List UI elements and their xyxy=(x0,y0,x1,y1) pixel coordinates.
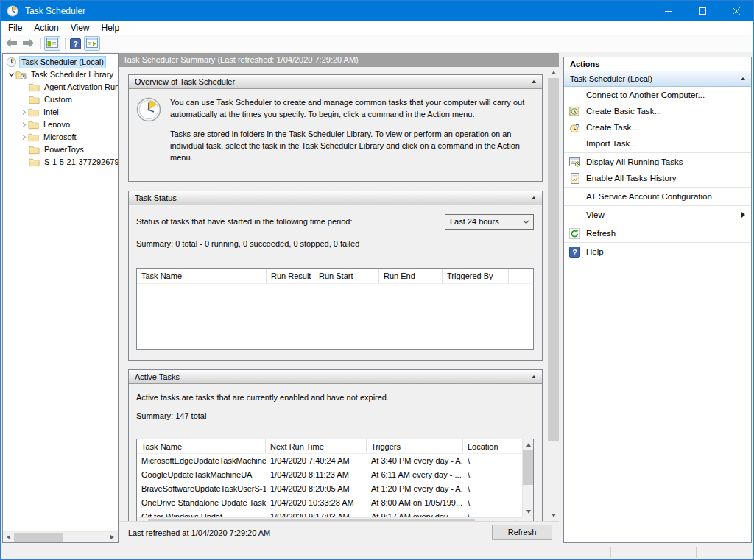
column-header[interactable]: Task Name xyxy=(137,439,266,453)
active-tasks-table: Task Name Next Run Time Triggers Locatio… xyxy=(136,439,534,521)
close-button[interactable] xyxy=(719,1,753,21)
tree-item-label[interactable]: S-1-5-21-3772926790- xyxy=(43,157,118,168)
action-display-all-running-tasks[interactable]: Display All Running Tasks xyxy=(564,154,751,170)
tree-item-label[interactable]: Intel xyxy=(42,107,60,118)
collapse-icon[interactable] xyxy=(741,77,745,80)
refresh-button[interactable]: Refresh xyxy=(492,525,552,540)
scrollbar-thumb[interactable] xyxy=(548,78,559,441)
action-refresh[interactable]: Refresh xyxy=(564,225,751,241)
menu-bar: File Action View Help xyxy=(1,21,753,35)
menu-action[interactable]: Action xyxy=(28,21,64,35)
scrollbar-thumb[interactable] xyxy=(14,533,63,542)
column-header[interactable]: Location xyxy=(463,439,522,453)
task-status-table-body xyxy=(137,284,533,349)
overview-section-header[interactable]: Overview of Task Scheduler xyxy=(129,75,542,89)
summary-vertical-scrollbar[interactable] xyxy=(548,67,559,521)
action-label: Help xyxy=(586,247,604,256)
menu-file[interactable]: File xyxy=(2,21,28,35)
table-row[interactable]: BraveSoftwareUpdateTaskUserS-1-... 1/04/… xyxy=(137,482,522,496)
time-period-dropdown[interactable]: Last 24 hours xyxy=(445,214,534,230)
minimize-button[interactable] xyxy=(652,1,686,21)
tree-item-label[interactable]: Custom xyxy=(43,94,74,105)
tree-item-microsoft[interactable]: Microsoft xyxy=(3,131,118,143)
menu-view[interactable]: View xyxy=(65,21,96,35)
scroll-up-icon[interactable] xyxy=(523,439,534,450)
scroll-left-icon[interactable] xyxy=(3,532,14,543)
tree-item-custom[interactable]: Custom xyxy=(3,93,118,106)
scrollbar-thumb[interactable] xyxy=(148,519,475,521)
action-label: Create Basic Task... xyxy=(586,107,661,116)
tree-item-label[interactable]: Agent Activation Runt xyxy=(43,82,118,93)
scroll-right-icon[interactable] xyxy=(107,532,118,543)
chevron-expanded-icon[interactable] xyxy=(7,71,15,78)
action-import-task[interactable]: Import Task... xyxy=(564,135,751,152)
tree-item-label[interactable]: Lenovo xyxy=(42,119,71,130)
active-tasks-vertical-scrollbar[interactable] xyxy=(522,439,533,517)
column-header[interactable]: Run Result xyxy=(267,269,314,283)
forward-button[interactable] xyxy=(21,36,36,51)
tree-item-label[interactable]: PowerToys xyxy=(43,144,85,155)
console-tree-toggle-button[interactable] xyxy=(44,36,60,51)
folder-icon xyxy=(29,157,40,168)
display-running-tasks-icon xyxy=(568,156,581,168)
status-bar-divider xyxy=(696,547,697,558)
column-header[interactable]: Run Start xyxy=(314,269,379,283)
table-row[interactable]: OneDrive Standalone Update Task-... 1/04… xyxy=(137,496,522,510)
toolbar: ? xyxy=(1,35,753,52)
table-row[interactable]: MicrosoftEdgeUpdateTaskMachine... 1/04/2… xyxy=(137,454,522,468)
action-view[interactable]: View xyxy=(564,207,751,223)
tree-item-lenovo[interactable]: Lenovo xyxy=(3,118,118,131)
column-header[interactable]: Task Name xyxy=(137,269,267,283)
active-tasks-summary: Summary: 147 total xyxy=(136,411,534,420)
create-basic-task-icon xyxy=(568,105,581,117)
table-row[interactable]: GoogleUpdateTaskMachineUA 1/04/2020 8:11… xyxy=(137,468,522,482)
tree-horizontal-scrollbar[interactable] xyxy=(3,531,118,542)
tree-item-intel[interactable]: Intel xyxy=(3,106,118,118)
scroll-down-icon[interactable] xyxy=(523,506,534,517)
action-create-task[interactable]: Create Task... xyxy=(564,119,751,135)
cell-task-name: GoogleUpdateTaskMachineUA xyxy=(137,470,266,479)
main-area: Task Scheduler (Local) Task Scheduler Li… xyxy=(1,52,753,545)
cell-next-run: 1/04/2020 8:20:05 AM xyxy=(266,484,367,493)
maximize-button[interactable] xyxy=(686,1,719,21)
column-header[interactable]: Triggered By xyxy=(443,269,509,283)
action-label: Create Task... xyxy=(586,123,638,132)
action-connect-to-another-computer[interactable]: Connect to Another Computer... xyxy=(564,87,751,103)
table-row[interactable]: Git for Windows Updat... 1/04/2020 9:17:… xyxy=(137,510,522,517)
time-period-value: Last 24 hours xyxy=(450,217,523,226)
tree-item-task-scheduler-local[interactable]: Task Scheduler (Local) xyxy=(3,56,118,68)
scrollbar-thumb[interactable] xyxy=(523,450,533,485)
actions-group-header[interactable]: Task Scheduler (Local) xyxy=(564,71,751,87)
collapse-icon[interactable] xyxy=(532,80,536,83)
status-bar xyxy=(1,545,753,559)
action-enable-all-tasks-history[interactable]: Enable All Tasks History xyxy=(564,170,751,186)
active-tasks-horizontal-scrollbar[interactable] xyxy=(137,517,522,521)
column-header[interactable]: Run End xyxy=(379,269,443,283)
action-pane-toggle-button[interactable] xyxy=(84,36,100,51)
column-header[interactable]: Next Run Time xyxy=(266,439,367,453)
tree-item-sid-folder[interactable]: S-1-5-21-3772926790- xyxy=(3,156,118,169)
column-header[interactable]: Triggers xyxy=(367,439,463,453)
tree-item-powertoys[interactable]: PowerToys xyxy=(3,143,118,156)
tree-item-label[interactable]: Task Scheduler (Local) xyxy=(20,57,105,68)
menu-help[interactable]: Help xyxy=(96,21,126,35)
tree-item-task-scheduler-library[interactable]: Task Scheduler Library xyxy=(3,68,118,81)
back-button[interactable] xyxy=(4,36,19,51)
tree-item-label[interactable]: Microsoft xyxy=(42,132,78,143)
active-tasks-section-header[interactable]: Active Tasks xyxy=(129,370,542,384)
collapse-icon[interactable] xyxy=(532,375,536,378)
tree-item-agent-activation[interactable]: Agent Activation Runt xyxy=(3,81,118,93)
chevron-collapsed-icon[interactable] xyxy=(19,134,28,141)
task-status-section-header[interactable]: Task Status xyxy=(129,191,542,205)
task-status-section: Task Status Status of tasks that have st… xyxy=(128,191,543,361)
action-create-basic-task[interactable]: Create Basic Task... xyxy=(564,103,751,119)
scroll-down-icon[interactable] xyxy=(548,510,559,521)
action-help[interactable]: ? Help xyxy=(564,244,751,260)
chevron-collapsed-icon[interactable] xyxy=(19,109,28,116)
scroll-up-icon[interactable] xyxy=(548,67,559,78)
chevron-collapsed-icon[interactable] xyxy=(19,121,28,128)
tree-item-label[interactable]: Task Scheduler Library xyxy=(29,69,115,80)
action-at-service-account-configuration[interactable]: AT Service Account Configuration xyxy=(564,188,751,205)
toolbar-help-button[interactable]: ? xyxy=(68,36,82,51)
collapse-icon[interactable] xyxy=(532,196,536,199)
